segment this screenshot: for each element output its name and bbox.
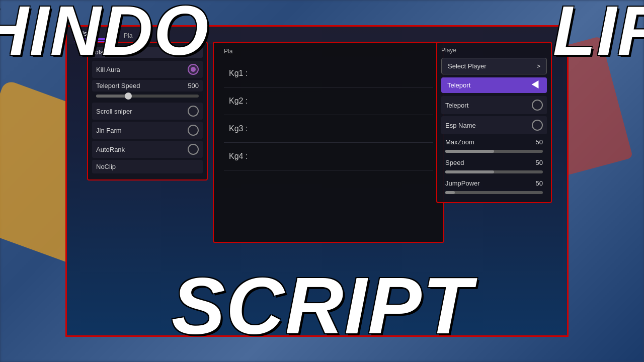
speed-row: Speed 50 <box>441 157 547 168</box>
teleport-speed-slider-track[interactable] <box>96 95 199 98</box>
speed-slider[interactable] <box>445 170 543 173</box>
script-overlay-text: SCRIPT <box>172 259 473 352</box>
esp-name-toggle[interactable] <box>532 120 543 131</box>
shindo-overlay-text: SHINDO <box>0 0 209 71</box>
jumppower-fill <box>445 191 455 194</box>
scroll-sniper-toggle[interactable] <box>188 106 199 117</box>
cursor-icon <box>532 80 542 90</box>
teleport-speed-item: Teleport Speed 500 <box>92 80 203 92</box>
esp-name-label: Esp Name <box>445 122 476 129</box>
teleport-toggle-label: Teleport <box>445 102 468 109</box>
teleport-speed-slider-fill <box>96 95 127 98</box>
maxzoom-slider[interactable] <box>445 150 543 153</box>
teleport-speed-slider-thumb[interactable] <box>125 93 132 100</box>
select-player-label: Select Player <box>448 62 487 70</box>
speed-slider-container <box>441 169 547 175</box>
right-panel-top-tab: Playe <box>441 47 547 54</box>
maxzoom-label: MaxZoom <box>445 138 474 146</box>
teleport-active-label: Teleport <box>447 81 470 89</box>
kg3-label: Kg3 : <box>229 124 248 133</box>
teleport-toggle[interactable] <box>532 100 543 111</box>
scroll-sniper-label: Scroll sniper <box>96 108 132 115</box>
scroll-sniper-item[interactable]: Scroll sniper <box>92 103 203 120</box>
teleport-active-button[interactable]: Teleport <box>441 77 547 93</box>
noclip-label: NoClip <box>96 163 116 170</box>
jumppower-value: 50 <box>536 179 543 187</box>
kg2-label: Kg2 : <box>229 97 248 106</box>
teleport-speed-label: Teleport Speed <box>96 82 140 89</box>
jin-farm-toggle[interactable] <box>188 125 199 136</box>
maxzoom-value: 50 <box>536 138 543 146</box>
kg1-label: Kg1 : <box>229 69 248 78</box>
speed-value: 50 <box>536 159 543 166</box>
life-overlay-text: LIFE <box>553 0 644 71</box>
speed-label: Speed <box>445 159 464 166</box>
select-player-arrow: > <box>536 62 540 70</box>
mid-tab: Pla <box>224 48 232 55</box>
select-player-button[interactable]: Select Player > <box>441 58 547 74</box>
jin-farm-item[interactable]: Jin Farm <box>92 122 203 139</box>
mid-panel: Pla Kg1 : Kg2 : Kg3 : Kg4 : <box>213 42 444 243</box>
mid-panel-title: Pla <box>224 48 433 55</box>
jumppower-label: JumpPower <box>445 179 480 187</box>
kg4-label: Kg4 : <box>229 152 248 161</box>
kg4-row: Kg4 : <box>224 143 433 170</box>
jumppower-slider-container <box>441 190 547 196</box>
jumppower-slider[interactable] <box>445 191 543 194</box>
autorank-label: AutoRank <box>96 146 125 153</box>
autorank-item[interactable]: AutoRank <box>92 141 203 158</box>
maxzoom-slider-container <box>441 149 547 155</box>
esp-name-item[interactable]: Esp Name <box>441 116 547 134</box>
teleport-toggle-item[interactable]: Teleport <box>441 96 547 114</box>
right-panel: Playe Select Player > Teleport Teleport … <box>436 42 552 203</box>
teleport-speed-value: 500 <box>188 82 199 89</box>
kg3-row: Kg3 : <box>224 115 433 143</box>
maxzoom-fill <box>445 150 494 153</box>
jumppower-row: JumpPower 50 <box>441 177 547 189</box>
autorank-toggle[interactable] <box>188 144 199 155</box>
maxzoom-row: MaxZoom 50 <box>441 136 547 148</box>
kg1-row: Kg1 : <box>224 60 433 87</box>
jin-farm-label: Jin Farm <box>96 127 122 134</box>
kg2-row: Kg2 : <box>224 87 433 115</box>
speed-fill <box>445 170 494 173</box>
teleport-speed-slider-container <box>92 94 203 101</box>
noclip-item[interactable]: NoClip <box>92 160 203 173</box>
